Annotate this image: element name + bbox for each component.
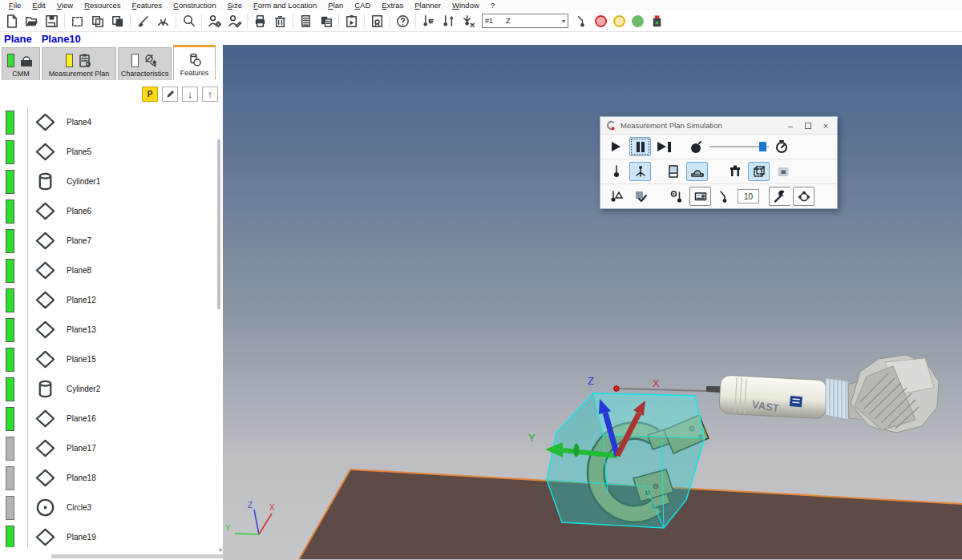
new-file-button[interactable] bbox=[2, 11, 22, 30]
feature-row[interactable]: Plane19 bbox=[0, 522, 223, 547]
menu-planner[interactable]: Planner bbox=[409, 1, 447, 10]
auto-feature-button[interactable]: P bbox=[142, 87, 158, 102]
collision-check-button[interactable] bbox=[605, 187, 627, 206]
feature-label: Cylinder2 bbox=[67, 385, 100, 393]
help-button[interactable] bbox=[393, 11, 413, 30]
feature-row[interactable]: Plane17 bbox=[0, 433, 223, 463]
axis-x-label: X bbox=[653, 377, 660, 389]
feature-label: Cylinder1 bbox=[67, 177, 100, 186]
feature-row[interactable]: Plane13 bbox=[0, 315, 223, 344]
speed-slider-thumb[interactable] bbox=[759, 142, 766, 151]
show-cabinet-button[interactable] bbox=[662, 162, 684, 181]
run-plan-button[interactable] bbox=[342, 11, 362, 30]
delete-button[interactable] bbox=[270, 11, 290, 30]
menu-help[interactable]: ? bbox=[485, 1, 500, 10]
menu-edit[interactable]: Edit bbox=[26, 1, 51, 10]
probe-up-down-button[interactable] bbox=[439, 11, 459, 30]
feature-label: Plane7 bbox=[67, 236, 91, 245]
user-edit-button[interactable] bbox=[224, 11, 245, 30]
copy-pages-button[interactable] bbox=[316, 11, 336, 30]
gauge-button[interactable] bbox=[153, 11, 173, 30]
select-marquee-button[interactable] bbox=[67, 11, 87, 30]
menu-window[interactable]: Window bbox=[447, 1, 485, 10]
watch-probe-button[interactable] bbox=[665, 187, 687, 206]
feature-row[interactable]: Circle3 bbox=[0, 493, 223, 522]
vertical-scrollbar[interactable] bbox=[217, 139, 220, 309]
box-check-button[interactable] bbox=[629, 187, 651, 206]
paste-special-button[interactable] bbox=[107, 11, 127, 30]
menu-extras[interactable]: Extras bbox=[376, 1, 409, 10]
show-solid-box-button[interactable] bbox=[772, 162, 794, 181]
probe-hand-button[interactable] bbox=[418, 11, 439, 30]
menu-file[interactable]: File bbox=[3, 1, 26, 10]
menu-form-and-location[interactable]: Form and Location bbox=[248, 1, 322, 10]
horizontal-scrollbar[interactable] bbox=[51, 554, 223, 558]
feature-row[interactable]: Cylinder2 bbox=[0, 374, 223, 404]
feature-row[interactable]: Cylinder1 bbox=[0, 167, 223, 196]
copy-button[interactable] bbox=[87, 11, 107, 30]
open-button[interactable] bbox=[22, 11, 42, 30]
speed-slider[interactable] bbox=[709, 141, 769, 152]
menu-size[interactable]: Size bbox=[221, 1, 248, 10]
step-width-field[interactable] bbox=[738, 189, 759, 203]
menu-plan[interactable]: Plan bbox=[322, 1, 349, 10]
open-folder-icon bbox=[24, 14, 39, 29]
report-button[interactable] bbox=[296, 11, 316, 30]
save-button[interactable] bbox=[42, 11, 62, 30]
tab-label: Features bbox=[180, 69, 209, 77]
paste-icon bbox=[110, 14, 125, 29]
feature-row[interactable]: Plane16 bbox=[0, 404, 223, 433]
search-button[interactable] bbox=[179, 11, 199, 30]
pause-button[interactable] bbox=[629, 137, 651, 156]
menu-features[interactable]: Features bbox=[127, 1, 168, 10]
menu-construction[interactable]: Construction bbox=[168, 1, 221, 10]
tab-cmm[interactable]: CMM bbox=[2, 47, 40, 80]
certificate-icon bbox=[370, 14, 385, 29]
menu-view[interactable]: View bbox=[51, 1, 79, 10]
feature-row[interactable]: Plane18 bbox=[0, 463, 223, 493]
user-settings-button[interactable] bbox=[204, 11, 224, 30]
approval-button[interactable] bbox=[367, 11, 387, 30]
play-button[interactable] bbox=[605, 137, 627, 156]
move-up-button[interactable]: ↑ bbox=[202, 87, 218, 102]
show-cmm-button[interactable] bbox=[724, 162, 746, 181]
cylinder-icon bbox=[34, 171, 56, 192]
show-probe-rack-button[interactable] bbox=[629, 162, 651, 181]
move-down-button[interactable]: ↓ bbox=[182, 87, 198, 102]
tab-characteristics[interactable]: Characteristics bbox=[118, 47, 172, 80]
feature-row[interactable]: Plane8 bbox=[0, 256, 223, 285]
zeiss-logo bbox=[790, 396, 802, 407]
tab-label: CMM bbox=[12, 70, 30, 78]
probe-selector-dropdown[interactable]: #1 Z ▾ bbox=[482, 14, 568, 28]
stylus-angle-sim-button[interactable] bbox=[713, 187, 735, 206]
control-panel-button[interactable] bbox=[689, 187, 711, 206]
feature-row[interactable]: Plane4 bbox=[0, 107, 223, 137]
menu-cad[interactable]: CAD bbox=[349, 1, 376, 10]
dialog-titlebar[interactable]: Measurement Plan Simulation – × bbox=[600, 117, 837, 134]
edit-feature-button[interactable] bbox=[162, 87, 178, 102]
probe-config-button[interactable] bbox=[459, 11, 479, 30]
tab-features[interactable]: Features bbox=[173, 45, 216, 80]
minimize-button[interactable]: – bbox=[784, 121, 797, 131]
menu-resources[interactable]: Resources bbox=[79, 1, 126, 10]
feature-row[interactable]: Plane6 bbox=[0, 196, 223, 226]
settings-wrench-button[interactable] bbox=[769, 187, 790, 206]
print-button[interactable] bbox=[250, 11, 270, 30]
show-clearance-box-button[interactable] bbox=[748, 162, 770, 181]
stylus-angle-button[interactable] bbox=[572, 11, 592, 30]
tab-measurement-plan[interactable]: Measurement Plan bbox=[42, 47, 116, 80]
rotate-probe-button[interactable] bbox=[793, 187, 814, 206]
brush-button[interactable] bbox=[133, 11, 153, 30]
close-button[interactable]: × bbox=[819, 121, 832, 131]
maximize-button[interactable] bbox=[805, 123, 811, 129]
cmm-status-button[interactable] bbox=[647, 11, 667, 30]
show-machine-button[interactable] bbox=[686, 162, 708, 181]
3d-viewport[interactable]: Z X Y V bbox=[223, 45, 962, 560]
feature-row[interactable]: Plane12 bbox=[0, 285, 223, 315]
scroll-down-arrow[interactable]: ▾ bbox=[219, 546, 222, 554]
step-forward-button[interactable] bbox=[653, 137, 675, 156]
feature-row[interactable]: Plane5 bbox=[0, 137, 223, 167]
feature-row[interactable]: Plane15 bbox=[0, 344, 223, 374]
feature-row[interactable]: Plane7 bbox=[0, 226, 223, 256]
show-probe-button[interactable] bbox=[605, 162, 627, 181]
